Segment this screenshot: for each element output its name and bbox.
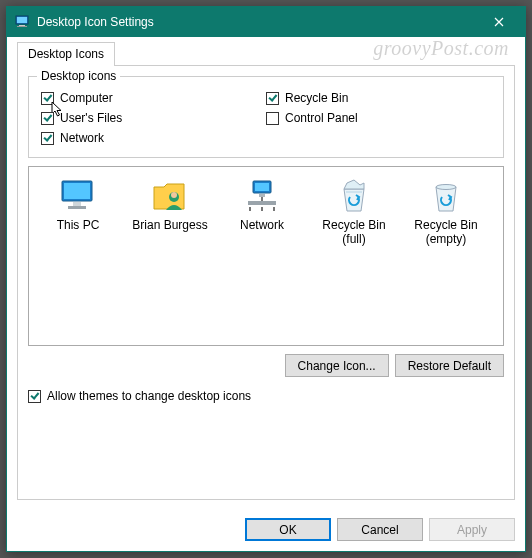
svg-point-9 (171, 192, 177, 198)
recycle-bin-full-icon (334, 177, 374, 215)
check-label: Allow themes to change desktop icons (47, 389, 251, 403)
check-users-files[interactable]: User's Files (41, 111, 266, 125)
svg-point-18 (436, 185, 456, 190)
check-control-panel[interactable]: Control Panel (266, 111, 491, 125)
icon-this-pc[interactable]: This PC (35, 177, 121, 233)
client-area: Desktop Icons Desktop icons Computer Rec… (7, 37, 525, 510)
icon-buttons-row: Change Icon... Restore Default (28, 354, 504, 377)
check-computer[interactable]: Computer (41, 91, 266, 105)
checkbox-icon (41, 92, 54, 105)
svg-rect-5 (64, 183, 90, 199)
group-legend: Desktop icons (37, 69, 120, 83)
icon-label: Recycle Bin (empty) (403, 219, 489, 247)
checkbox-icon (41, 112, 54, 125)
icon-label: Recycle Bin (full) (311, 219, 397, 247)
group-desktop-icons: Desktop icons Computer Recycle Bin User'… (28, 76, 504, 158)
tab-desktop-icons[interactable]: Desktop Icons (17, 42, 115, 66)
change-icon-button[interactable]: Change Icon... (285, 354, 389, 377)
icon-label: This PC (57, 219, 100, 233)
network-icon (242, 177, 282, 215)
user-folder-icon (150, 177, 190, 215)
check-label: Network (60, 131, 104, 145)
dialog-window: Desktop Icon Settings Desktop Icons Desk… (6, 6, 526, 552)
icon-recycle-empty[interactable]: Recycle Bin (empty) (403, 177, 489, 247)
ok-button[interactable]: OK (245, 518, 331, 541)
check-recycle-bin[interactable]: Recycle Bin (266, 91, 491, 105)
icon-list[interactable]: This PC Brian Burgess Network (28, 166, 504, 346)
recycle-bin-empty-icon (426, 177, 466, 215)
system-icon (15, 14, 31, 30)
check-label: Control Panel (285, 111, 358, 125)
cancel-button[interactable]: Cancel (337, 518, 423, 541)
apply-button[interactable]: Apply (429, 518, 515, 541)
svg-rect-11 (255, 183, 269, 191)
check-label: Computer (60, 91, 113, 105)
dialog-buttons: OK Cancel Apply (7, 510, 525, 551)
check-network[interactable]: Network (41, 131, 266, 145)
svg-rect-12 (259, 194, 265, 197)
checkbox-icon (41, 132, 54, 145)
titlebar[interactable]: Desktop Icon Settings (7, 7, 525, 37)
checkbox-icon (266, 112, 279, 125)
checkbox-icon (28, 390, 41, 403)
monitor-icon (58, 177, 98, 215)
svg-rect-6 (73, 202, 81, 206)
icon-network[interactable]: Network (219, 177, 305, 233)
check-allow-themes[interactable]: Allow themes to change desktop icons (28, 385, 504, 405)
svg-rect-7 (68, 206, 86, 209)
icon-user-folder[interactable]: Brian Burgess (127, 177, 213, 233)
check-label: User's Files (60, 111, 122, 125)
svg-rect-1 (17, 17, 27, 23)
svg-rect-13 (248, 201, 276, 205)
icon-label: Brian Burgess (132, 219, 207, 233)
checkbox-icon (266, 92, 279, 105)
icon-recycle-full[interactable]: Recycle Bin (full) (311, 177, 397, 247)
check-label: Recycle Bin (285, 91, 348, 105)
close-button[interactable] (476, 7, 521, 37)
restore-default-button[interactable]: Restore Default (395, 354, 504, 377)
svg-rect-3 (17, 26, 27, 27)
svg-rect-2 (19, 25, 25, 26)
window-title: Desktop Icon Settings (37, 15, 476, 29)
tabstrip: Desktop Icons (17, 41, 515, 65)
tab-panel: Desktop icons Computer Recycle Bin User'… (17, 65, 515, 500)
icon-label: Network (240, 219, 284, 233)
